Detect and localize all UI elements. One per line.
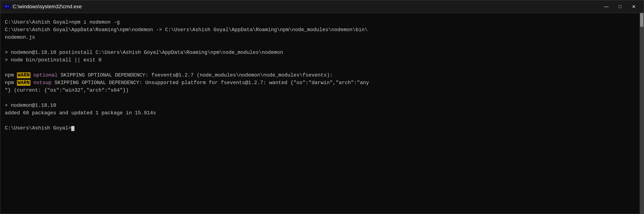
terminal-line-10: "} (current: {"os":"win32","arch":"x64"}… — [5, 86, 635, 94]
terminal-line-blank-1 — [5, 41, 635, 49]
terminal-line-warn1: npm WARN optional SKIPPING OPTIONAL DEPE… — [5, 72, 635, 79]
terminal-line-blank-3 — [5, 94, 635, 102]
window-title: C:\windows\system32\cmd.exe — [12, 4, 82, 10]
terminal-prompt: C:\Users\Ashish Goyal> — [5, 124, 635, 132]
cursor — [71, 126, 74, 131]
terminal-line-3: nodemon.js — [5, 34, 635, 41]
terminal-line-6: > node bin/postinstall || exit 0 — [5, 56, 635, 64]
terminal-line-12: + nodemon@1.18.10 — [5, 102, 635, 109]
terminal-line-1: C:\Users\Ashish Goyal>npm i nodemon -g — [5, 18, 635, 26]
window-controls: — □ ✕ — [600, 2, 640, 11]
maximize-button[interactable]: □ — [614, 2, 626, 11]
terminal-line-blank-2 — [5, 64, 635, 72]
terminal-line-2: C:\Users\Ashish Goyal\AppData\Roaming\np… — [5, 26, 635, 34]
terminal-line-5: > nodemon@1.18.10 postinstall C:\Users\A… — [5, 49, 635, 56]
warn-badge-1: WARN — [17, 72, 30, 78]
minimize-button[interactable]: — — [600, 2, 612, 11]
scrollbar[interactable] — [640, 13, 644, 214]
cmd-window: C:\windows\system32\cmd.exe — □ ✕ C:\Use… — [0, 0, 644, 214]
cmd-icon — [4, 4, 10, 10]
terminal-line-13: added 68 packages and updated 1 package … — [5, 109, 635, 117]
terminal-area: C:\Users\Ashish Goyal>npm i nodemon -g C… — [0, 13, 644, 214]
terminal-output[interactable]: C:\Users\Ashish Goyal>npm i nodemon -g C… — [0, 13, 640, 214]
title-bar: C:\windows\system32\cmd.exe — □ ✕ — [0, 0, 644, 13]
warn-badge-2: WARN — [17, 80, 30, 86]
terminal-line-blank-4 — [5, 117, 635, 124]
title-bar-left: C:\windows\system32\cmd.exe — [4, 4, 82, 10]
terminal-line-warn2: npm WARN notsup SKIPPING OPTIONAL DEPEND… — [5, 79, 635, 86]
scrollbar-thumb[interactable] — [640, 13, 643, 27]
close-button[interactable]: ✕ — [627, 2, 640, 11]
